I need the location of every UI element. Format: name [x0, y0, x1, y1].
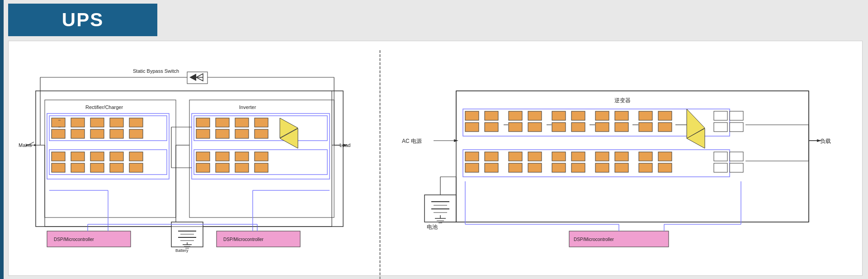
svg-rect-55 — [196, 163, 210, 172]
svg-rect-149 — [730, 163, 743, 172]
svg-rect-136 — [571, 163, 585, 172]
svg-point-13 — [26, 144, 28, 146]
svg-rect-56 — [216, 152, 229, 161]
svg-rect-57 — [216, 163, 229, 172]
svg-rect-25 — [90, 129, 104, 138]
svg-rect-45 — [196, 129, 210, 138]
svg-rect-102 — [485, 123, 498, 132]
svg-rect-47 — [216, 129, 229, 138]
svg-rect-142 — [639, 163, 652, 172]
svg-rect-122 — [714, 123, 727, 132]
svg-rect-110 — [571, 123, 585, 132]
load-cn-label: 负载 — [820, 138, 831, 144]
dsp-cn-label: DSP/Microcontroller — [574, 237, 614, 242]
svg-rect-28 — [129, 118, 143, 127]
title-box: UPS — [8, 4, 157, 36]
svg-rect-51 — [255, 129, 268, 138]
svg-rect-44 — [196, 118, 210, 127]
svg-rect-130 — [509, 163, 522, 172]
svg-rect-117 — [658, 111, 672, 120]
rectifier-label: Rectifier/Charger — [85, 104, 123, 110]
svg-rect-46 — [216, 118, 229, 127]
svg-rect-59 — [235, 163, 249, 172]
svg-rect-35 — [71, 152, 85, 161]
svg-rect-131 — [528, 152, 542, 161]
svg-rect-148 — [714, 163, 727, 172]
svg-rect-42 — [129, 163, 143, 172]
svg-rect-143 — [658, 152, 672, 161]
svg-rect-27 — [110, 129, 123, 138]
svg-rect-61 — [255, 163, 268, 172]
svg-rect-58 — [235, 152, 249, 161]
svg-rect-109 — [571, 111, 585, 120]
inverter-cn-label: 逆变器 — [614, 97, 631, 104]
svg-rect-60 — [255, 152, 268, 161]
ac-source-label: AC 电源 — [402, 138, 422, 144]
svg-rect-50 — [255, 118, 268, 127]
svg-rect-20 — [52, 118, 65, 127]
battery-cn-label: 电池 — [427, 224, 438, 230]
svg-rect-48 — [235, 118, 249, 127]
svg-rect-120 — [714, 111, 727, 120]
svg-rect-113 — [615, 111, 628, 120]
svg-rect-108 — [552, 123, 566, 132]
svg-rect-111 — [595, 111, 609, 120]
svg-rect-26 — [110, 118, 123, 127]
svg-rect-127 — [485, 152, 498, 161]
svg-rect-115 — [639, 111, 652, 120]
svg-rect-132 — [528, 163, 542, 172]
svg-point-15 — [34, 144, 36, 146]
bypass-label: Static Bypass Switch — [133, 68, 179, 74]
svg-rect-114 — [615, 123, 628, 132]
svg-rect-135 — [571, 152, 585, 161]
svg-rect-106 — [528, 123, 542, 132]
svg-rect-38 — [90, 163, 104, 172]
svg-rect-40 — [110, 163, 123, 172]
svg-rect-138 — [595, 163, 609, 172]
right-diagram: AC 电源 逆变器 — [397, 55, 849, 263]
svg-rect-41 — [129, 152, 143, 161]
svg-rect-100 — [465, 123, 479, 132]
svg-rect-32 — [49, 150, 167, 175]
page-title: UPS — [62, 9, 104, 31]
svg-rect-112 — [595, 123, 609, 132]
left-bar — [0, 0, 4, 279]
svg-rect-54 — [196, 152, 210, 161]
svg-rect-147 — [730, 152, 743, 161]
svg-rect-134 — [552, 163, 566, 172]
svg-rect-129 — [509, 152, 522, 161]
left-diagram: Rectifier/Charger Inverter Static Bypass… — [18, 55, 361, 263]
svg-rect-19 — [49, 116, 167, 141]
svg-rect-101 — [485, 111, 498, 120]
svg-rect-128 — [485, 163, 498, 172]
svg-rect-141 — [639, 152, 652, 161]
svg-rect-21 — [52, 129, 65, 138]
svg-rect-29 — [129, 129, 143, 138]
svg-rect-34 — [52, 163, 65, 172]
left-diagram-svg: Rectifier/Charger Inverter Static Bypass… — [18, 55, 361, 263]
svg-rect-24 — [90, 118, 104, 127]
svg-rect-36 — [71, 163, 85, 172]
svg-rect-104 — [509, 123, 522, 132]
inverter-label: Inverter — [239, 104, 256, 110]
svg-rect-121 — [730, 111, 743, 120]
svg-rect-37 — [90, 152, 104, 161]
svg-rect-49 — [235, 129, 249, 138]
svg-rect-140 — [615, 163, 628, 172]
svg-rect-107 — [552, 111, 566, 120]
svg-rect-99 — [465, 111, 479, 120]
svg-rect-144 — [658, 163, 672, 172]
battery-label: Battery — [175, 248, 189, 253]
diagrams-wrapper: Rectifier/Charger Inverter Static Bypass… — [9, 41, 862, 275]
page-container: UPS Rectifier/Charger I — [0, 0, 868, 279]
svg-rect-133 — [552, 152, 566, 161]
dsp1-label: DSP/Microcontroller — [54, 237, 94, 242]
svg-rect-123 — [730, 123, 743, 132]
dsp2-label: DSP/Microcontroller — [223, 237, 264, 242]
svg-rect-146 — [714, 152, 727, 161]
svg-rect-126 — [465, 163, 479, 172]
svg-rect-125 — [465, 152, 479, 161]
content-area: Rectifier/Charger Inverter Static Bypass… — [8, 41, 863, 276]
svg-rect-22 — [71, 118, 85, 127]
svg-rect-137 — [595, 152, 609, 161]
